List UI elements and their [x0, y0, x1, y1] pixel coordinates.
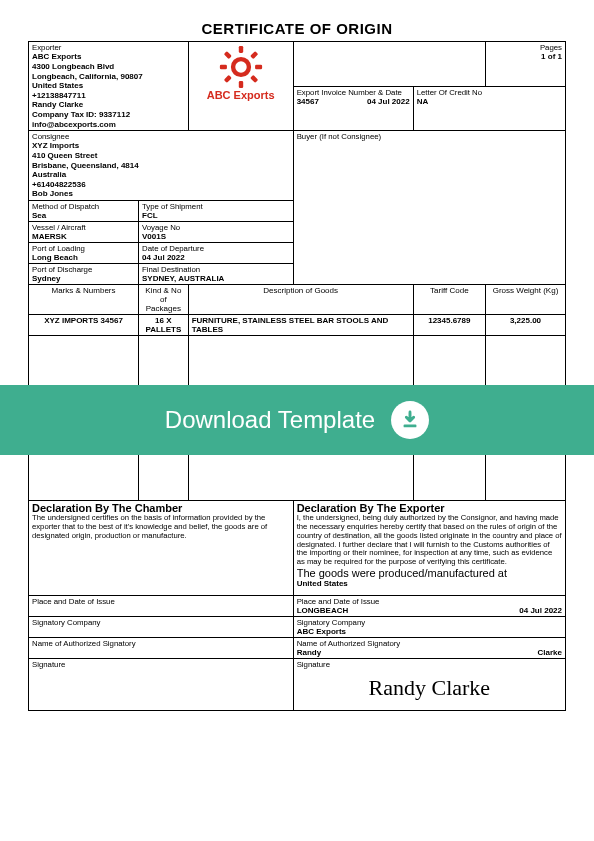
- pol-cell: Port of Loading Long Beach: [29, 243, 139, 264]
- download-template-button[interactable]: Download Template: [0, 385, 594, 455]
- goods-row: XYZ IMPORTS 34567 16 X PALLETS FURNITURE…: [29, 315, 566, 336]
- sig-company-left: Signatory Company: [29, 617, 294, 638]
- auth-sig-right: Name of Authorized Signatory Randy Clark…: [293, 638, 565, 659]
- svg-point-0: [233, 59, 249, 75]
- credit-cell: Letter Of Credit No NA: [413, 86, 565, 131]
- signature-script: Randy Clarke: [297, 669, 562, 707]
- svg-rect-9: [404, 425, 417, 428]
- svg-rect-1: [238, 46, 242, 53]
- pod-cell: Port of Discharge Sydney: [29, 264, 139, 285]
- certificate-table: Exporter ABC Exports 4300 Longbeach Blvd…: [28, 41, 566, 711]
- auth-sig-left: Name of Authorized Signatory: [29, 638, 294, 659]
- svg-rect-3: [220, 65, 227, 69]
- voyage-cell: Voyage No V001S: [139, 222, 294, 243]
- place-issue-left: Place and Date of Issue: [29, 596, 294, 617]
- gear-icon: [219, 45, 263, 89]
- exporter-decl: Declaration By The Exporter I, the under…: [293, 501, 565, 596]
- svg-rect-4: [255, 65, 262, 69]
- goods-header: Marks & Numbers Kind & No of Packages De…: [29, 285, 566, 315]
- sig-left: Signature: [29, 659, 294, 711]
- chamber-decl: Declaration By The Chamber The undersign…: [29, 501, 294, 596]
- download-label: Download Template: [165, 406, 375, 434]
- sig-right: Signature Randy Clarke: [293, 659, 565, 711]
- dod-cell: Date of Departure 04 Jul 2022: [139, 243, 294, 264]
- svg-rect-8: [250, 75, 258, 83]
- dispatch-cell: Method of Dispatch Sea: [29, 201, 139, 222]
- invoice-cell: Export Invoice Number & Date 34567 04 Ju…: [293, 86, 413, 131]
- logo-cell: ABC Exports: [188, 42, 293, 131]
- vessel-cell: Vessel / Aircraft MAERSK: [29, 222, 139, 243]
- buyer-block: Buyer (If not Consignee): [293, 131, 565, 285]
- brand-name: ABC Exports: [192, 89, 290, 101]
- consignee-block: Consignee XYZ Imports 410 Queen Street B…: [29, 131, 294, 201]
- download-icon: [391, 401, 429, 439]
- svg-rect-7: [223, 75, 231, 83]
- svg-rect-5: [223, 51, 231, 59]
- exporter-block: Exporter ABC Exports 4300 Longbeach Blvd…: [29, 42, 189, 131]
- svg-rect-6: [250, 51, 258, 59]
- doc-title: CERTIFICATE OF ORIGIN: [28, 20, 566, 37]
- place-issue-right: Place and Date of Issue LONGBEACH 04 Jul…: [293, 596, 565, 617]
- dest-cell: Final Destination SYDNEY, AUSTRALIA: [139, 264, 294, 285]
- svg-rect-2: [238, 81, 242, 88]
- shiptype-cell: Type of Shipment FCL: [139, 201, 294, 222]
- sig-company-right: Signatory Company ABC Exports: [293, 617, 565, 638]
- blank-cell: [293, 42, 485, 87]
- pages-cell: Pages 1 of 1: [486, 42, 566, 87]
